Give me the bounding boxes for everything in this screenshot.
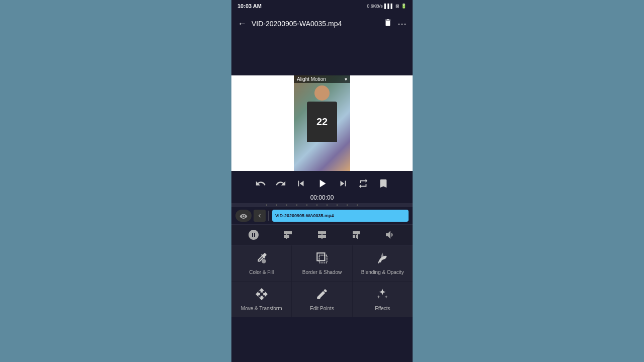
action-grid: Color & Fill Border & Shadow Blending & … xyxy=(231,245,413,317)
wave-dot xyxy=(286,204,287,206)
svg-rect-5 xyxy=(319,255,327,263)
move-transform-label: Move & Transform xyxy=(241,306,282,311)
person-body: 22 xyxy=(307,102,337,142)
video-title: VID-20200905-WA0035.mp4 xyxy=(252,20,378,28)
person-figure: 22 xyxy=(302,85,342,166)
watermark-bar: Alight Motion ▾ xyxy=(294,75,350,83)
trim-right-tool[interactable] xyxy=(350,229,362,241)
bookmark-button[interactable] xyxy=(378,178,389,189)
track-options[interactable] xyxy=(254,210,266,222)
status-icons: 0.6KB/s ▌▌▌ ⊠ 🔋 xyxy=(367,4,407,9)
edit-points-icon xyxy=(315,288,329,304)
delete-button[interactable] xyxy=(383,18,392,30)
preview-top-area xyxy=(231,35,413,75)
wave-dot xyxy=(357,204,358,206)
blending-icon xyxy=(376,251,389,267)
trim-center-tool[interactable] xyxy=(316,229,328,241)
waveform-area[interactable] xyxy=(231,203,413,207)
svg-point-3 xyxy=(262,259,266,263)
wave-dot xyxy=(337,204,338,206)
video-preview: Alight Motion ▾ 22 xyxy=(231,75,413,171)
phone-frame: 10:03 AM 0.6KB/s ▌▌▌ ⊠ 🔋 ← VID-20200905-… xyxy=(231,0,413,362)
blending-opacity-label: Blending & Opacity xyxy=(361,269,404,275)
wifi-icon: ⊠ xyxy=(395,4,399,9)
clip-label: VID-20200905-WA0035.mp4 xyxy=(275,213,334,218)
wave-dot xyxy=(296,204,297,206)
person-number: 22 xyxy=(307,102,337,142)
wave-dot xyxy=(306,204,307,206)
person-head xyxy=(314,85,330,101)
signal-icon: ▌▌▌ xyxy=(384,4,394,9)
effects-icon xyxy=(376,288,389,304)
playhead-marker xyxy=(269,211,269,221)
redo-button[interactable] xyxy=(275,178,286,189)
color-fill-label: Color & Fill xyxy=(249,269,274,275)
watermark-arrow: ▾ xyxy=(345,76,347,82)
blending-opacity-button[interactable]: Blending & Opacity xyxy=(353,245,413,281)
watermark-text: Alight Motion xyxy=(297,76,326,82)
loop-button[interactable] xyxy=(358,178,369,189)
status-bar: 10:03 AM 0.6KB/s ▌▌▌ ⊠ 🔋 xyxy=(231,0,413,12)
controls-area: 00:00:00 VID-20 xyxy=(231,171,413,224)
border-shadow-button[interactable]: Border & Shadow xyxy=(292,245,352,281)
visibility-toggle[interactable] xyxy=(235,210,252,222)
edit-points-button[interactable]: Edit Points xyxy=(292,282,352,317)
playback-controls xyxy=(231,174,413,193)
skip-start-button[interactable] xyxy=(295,178,306,189)
wave-dot xyxy=(347,204,348,206)
timeline-track: VID-20200905-WA0035.mp4 xyxy=(231,207,413,224)
volume-tool[interactable] xyxy=(384,229,396,241)
svg-rect-4 xyxy=(317,253,325,260)
speed-tool[interactable] xyxy=(248,229,260,241)
wave-dot xyxy=(266,204,267,206)
color-fill-button[interactable]: Color & Fill xyxy=(231,245,291,281)
svg-point-6 xyxy=(318,297,320,299)
tools-row xyxy=(231,224,413,245)
play-button[interactable] xyxy=(315,177,329,190)
video-content: Alight Motion ▾ 22 xyxy=(294,75,350,171)
border-shadow-icon xyxy=(315,251,329,267)
trim-left-tool[interactable] xyxy=(282,229,294,241)
top-bar: ← VID-20200905-WA0035.mp4 ⋯ xyxy=(231,12,413,35)
battery-icon: 🔋 xyxy=(401,4,407,9)
color-fill-icon xyxy=(255,251,268,267)
move-transform-icon xyxy=(255,288,268,304)
effects-button[interactable]: Effects xyxy=(353,282,413,317)
wave-dot xyxy=(316,204,317,206)
timestamp: 00:00:00 xyxy=(231,193,413,203)
wave-dot xyxy=(276,204,277,206)
edit-points-label: Edit Points xyxy=(310,306,334,311)
border-shadow-label: Border & Shadow xyxy=(302,269,342,275)
back-button[interactable]: ← xyxy=(237,19,247,29)
wave-dot xyxy=(327,204,328,206)
more-button[interactable]: ⋯ xyxy=(397,18,407,29)
data-speed: 0.6KB/s xyxy=(367,4,383,9)
effects-label: Effects xyxy=(375,306,390,311)
move-transform-button[interactable]: Move & Transform xyxy=(231,282,291,317)
undo-button[interactable] xyxy=(255,178,266,189)
svg-point-7 xyxy=(324,290,326,292)
status-time: 10:03 AM xyxy=(237,3,262,9)
skip-end-button[interactable] xyxy=(338,178,349,189)
track-clip[interactable]: VID-20200905-WA0035.mp4 xyxy=(272,210,409,222)
video-person: 22 xyxy=(294,85,350,171)
